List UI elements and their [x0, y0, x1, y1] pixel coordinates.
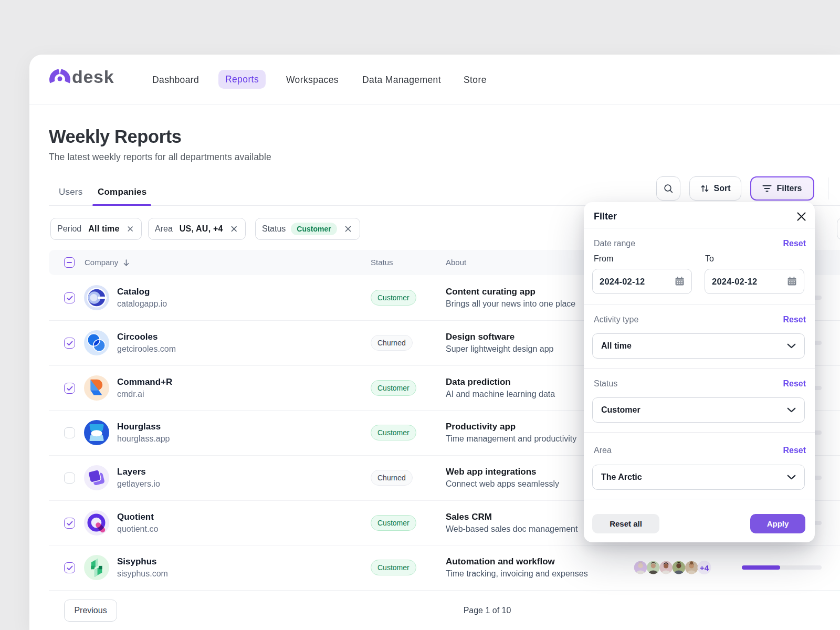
svg-text:+4: +4 [700, 563, 709, 572]
